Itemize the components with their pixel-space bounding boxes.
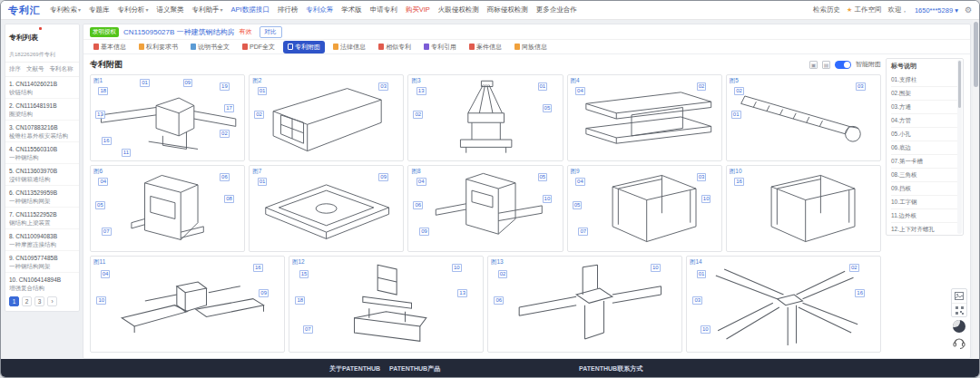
list-tab-文献号[interactable]: 文献号 <box>26 65 44 73</box>
reference-signs-panel: 标号说明 01.支撑柱02.围架03.方通04.方管05.小孔06.底边07.第… <box>886 58 964 236</box>
figure-panel-图13[interactable]: 图13021006 <box>487 256 682 353</box>
patent-list-item[interactable]: 7. CN111522952B钢结构上梁装置 <box>5 208 79 229</box>
page-scrollbar[interactable] <box>973 20 979 359</box>
gear-icon[interactable]: ⚙ <box>965 5 972 15</box>
patent-list-item[interactable]: 5. CN113603970B浸锌钢箱通结构 <box>5 164 79 186</box>
figure-label: 图10 <box>730 168 742 176</box>
figure-panel-图2[interactable]: 图2010302 <box>249 74 404 161</box>
nav-item-购买VIP[interactable]: 购买VIP <box>406 5 430 15</box>
figure-panel-图12[interactable]: 图121510181307 <box>289 256 484 353</box>
footer-column-title[interactable]: 关于PATENTHUB <box>329 364 380 373</box>
nav-item-语义聚类[interactable]: 语义聚类 <box>157 5 184 15</box>
legend-item: 03.方通 <box>891 101 957 114</box>
grid-view-icon[interactable]: ▣ <box>809 61 818 69</box>
figure-panel-图7[interactable]: 图70109 <box>249 165 404 252</box>
list-tab-专利名称[interactable]: 专利名称 <box>50 65 74 73</box>
nav-item-学术版[interactable]: 学术版 <box>341 5 362 15</box>
patent-list-item[interactable]: 10. CN106414894B增强复合结构 <box>5 273 79 292</box>
patent-list-item[interactable]: 2. CN111648191B圈梁结构 <box>5 99 79 121</box>
nav-item-专利众筹[interactable]: 专利众筹 <box>306 5 333 15</box>
user-account-link[interactable]: 1650***5289 ▾ <box>915 6 958 15</box>
callout-number: 02 <box>498 270 508 278</box>
callout-number: 15 <box>299 270 309 278</box>
patent-title: 铰链结构 <box>9 88 75 96</box>
patent-list-item[interactable]: 3. CN107883216B棱锥柱幕外板安装结构 <box>5 121 79 142</box>
customer-service-icon[interactable] <box>952 335 966 354</box>
nav-item-专利分析[interactable]: 专利分析▾ <box>118 5 149 15</box>
search-history-link[interactable]: 检索历史 <box>813 5 840 15</box>
nav-item-API数据接口[interactable]: API数据接口 <box>231 5 270 15</box>
list-tab-排序[interactable]: 排序 <box>9 65 21 73</box>
feedback-image-icon[interactable] <box>952 289 966 303</box>
smart-figure-toggle[interactable] <box>835 61 851 69</box>
callout-number: 19 <box>220 82 230 91</box>
pagination: 123› <box>5 292 79 311</box>
callout-number: 05 <box>573 201 583 209</box>
tab-label: 专利引用 <box>431 43 456 52</box>
nav-item-申请专利[interactable]: 申请专利 <box>370 5 397 15</box>
page-button-3[interactable]: 3 <box>34 296 44 306</box>
legend-item: 06.底边 <box>891 141 957 155</box>
figure-panel-图8[interactable]: 图80405061009 <box>407 165 563 252</box>
patent-list-item[interactable]: 6. CN113529959B一种钢结构网架 <box>5 186 79 208</box>
workspace-link[interactable]: ★ 工作空间 <box>847 5 881 15</box>
tab-PDF全文[interactable]: PDF全文 <box>238 41 279 53</box>
figure-panel-图14[interactable]: 图140102031610 <box>686 256 881 353</box>
callout-number: 06 <box>413 201 423 209</box>
patent-number-link[interactable]: CN115095027B 一种建筑钢结构房 <box>123 27 235 37</box>
tab-基本信息[interactable]: 基本信息 <box>89 41 131 53</box>
footer-column-title[interactable]: PATENTHUB联系方式 <box>579 364 642 373</box>
nav-item-火眼侵权检测[interactable]: 火眼侵权检测 <box>438 5 479 15</box>
tab-法律信息[interactable]: 法律信息 <box>328 41 370 53</box>
figure-panel-图10[interactable]: 图1016 <box>726 165 881 252</box>
patent-list-item[interactable]: 9. CN109577485B一种钢结构网架 <box>5 251 79 273</box>
page-button-2[interactable]: 2 <box>22 296 32 306</box>
tab-权利要求书[interactable]: 权利要求书 <box>134 41 182 53</box>
figure-label: 图8 <box>411 168 420 176</box>
nav-item-排行榜[interactable]: 排行榜 <box>278 5 299 15</box>
theme-toggle-icon[interactable] <box>953 320 965 333</box>
patent-list-item[interactable]: 1. CN114026021B铰链结构 <box>5 77 79 99</box>
legend-item: 12.上下对齐螺孔 <box>891 223 957 235</box>
legend-title: 标号说明 <box>891 62 957 73</box>
figure-panel-图6[interactable]: 图60406050807 <box>90 165 245 252</box>
patent-list-item[interactable]: 4. CN115560310B一种钢结构 <box>5 142 79 164</box>
figure-panel-图4[interactable]: 图40402 <box>567 74 722 161</box>
qr-code-icon[interactable] <box>952 303 966 316</box>
patent-list-item[interactable]: 8. CN110094083B一种摩擦连接结构 <box>5 229 79 251</box>
tab-专利引用[interactable]: 专利引用 <box>419 41 461 53</box>
patent-title: 棱锥柱幕外板安装结构 <box>9 131 75 140</box>
callout-number: 01 <box>731 111 741 119</box>
figure-panel-图3[interactable]: 图313010205 <box>407 74 563 161</box>
callout-number: 06 <box>494 296 504 305</box>
callout-number: 13 <box>95 111 105 119</box>
page-button-›[interactable]: › <box>47 296 57 306</box>
tab-案件信息[interactable]: 案件信息 <box>465 41 506 53</box>
nav-item-更多企业合作[interactable]: 更多企业合作 <box>536 5 577 15</box>
nav-item-专利检索[interactable]: 专利检索▾ <box>50 5 81 15</box>
app-logo[interactable]: 专利汇 <box>8 4 41 17</box>
figure-panel-图5[interactable]: 图5020301 <box>726 74 881 161</box>
compare-button[interactable]: 对比 <box>260 26 282 38</box>
nav-item-专题库[interactable]: 专题库 <box>89 5 110 15</box>
tab-专利附图[interactable]: 专利附图 <box>283 41 325 53</box>
tab-相似专利[interactable]: 相似专利 <box>374 41 416 53</box>
figure-panel-图9[interactable]: 图90403051007 <box>567 165 722 252</box>
image-icon <box>288 44 293 50</box>
figure-panel-图11[interactable]: 图1104161009 <box>90 256 285 353</box>
tab-说明书全文[interactable]: 说明书全文 <box>186 41 234 53</box>
chevron-down-icon: ▾ <box>78 7 81 13</box>
footer-column-title[interactable]: PATENTHUB产品 <box>389 364 440 373</box>
figure-panel-图1[interactable]: 图1181913171602010911 <box>90 74 245 161</box>
callout-number: 02 <box>413 111 423 119</box>
callout-number: 02 <box>697 82 707 91</box>
list-view-icon[interactable]: ▤ <box>822 61 830 69</box>
nav-item-商标侵权检测[interactable]: 商标侵权检测 <box>487 5 528 15</box>
scrollbar-thumb[interactable] <box>974 22 978 87</box>
callout-number: 10 <box>543 195 553 203</box>
nav-item-专利助手[interactable]: 专利助手▾ <box>192 5 223 15</box>
tab-同族信息[interactable]: 同族信息 <box>510 41 552 53</box>
legend-scrollbar[interactable] <box>957 60 962 234</box>
page-button-1[interactable]: 1 <box>9 296 19 306</box>
patent-doc-number: 5. CN113603970B <box>9 167 75 175</box>
